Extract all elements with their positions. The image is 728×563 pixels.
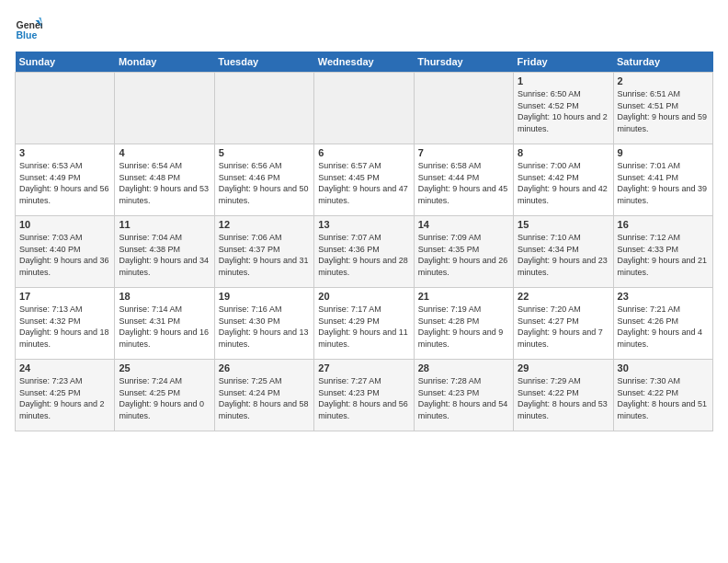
day-number: 23 [618, 291, 709, 302]
calendar-cell: 20Sunrise: 7:17 AM Sunset: 4:29 PM Dayli… [314, 288, 414, 360]
day-number: 27 [318, 362, 409, 373]
calendar-cell: 9Sunrise: 7:01 AM Sunset: 4:41 PM Daylig… [613, 144, 712, 216]
calendar-cell: 7Sunrise: 6:58 AM Sunset: 4:44 PM Daylig… [414, 144, 513, 216]
calendar-cell: 8Sunrise: 7:00 AM Sunset: 4:42 PM Daylig… [514, 144, 613, 216]
calendar-week-5: 24Sunrise: 7:23 AM Sunset: 4:25 PM Dayli… [16, 360, 713, 431]
day-number: 14 [418, 219, 509, 230]
day-info: Sunrise: 7:29 AM Sunset: 4:22 PM Dayligh… [518, 375, 609, 421]
day-info: Sunrise: 6:50 AM Sunset: 4:52 PM Dayligh… [518, 88, 609, 134]
day-number: 9 [618, 147, 709, 158]
day-info: Sunrise: 7:10 AM Sunset: 4:34 PM Dayligh… [518, 232, 609, 278]
calendar-cell: 10Sunrise: 7:03 AM Sunset: 4:40 PM Dayli… [16, 216, 115, 288]
calendar-cell: 24Sunrise: 7:23 AM Sunset: 4:25 PM Dayli… [16, 360, 115, 431]
calendar-cell: 21Sunrise: 7:19 AM Sunset: 4:28 PM Dayli… [414, 288, 513, 360]
day-number: 21 [418, 291, 509, 302]
calendar-cell: 16Sunrise: 7:12 AM Sunset: 4:33 PM Dayli… [613, 216, 712, 288]
day-number: 30 [618, 362, 709, 373]
calendar-cell [115, 73, 214, 144]
day-info: Sunrise: 7:20 AM Sunset: 4:27 PM Dayligh… [518, 304, 609, 350]
day-number: 4 [119, 147, 210, 158]
day-number: 19 [219, 291, 310, 302]
calendar-cell: 23Sunrise: 7:21 AM Sunset: 4:26 PM Dayli… [613, 288, 712, 360]
day-header-monday: Monday [115, 52, 214, 73]
day-info: Sunrise: 7:14 AM Sunset: 4:31 PM Dayligh… [119, 304, 210, 350]
day-info: Sunrise: 7:25 AM Sunset: 4:24 PM Dayligh… [219, 375, 310, 421]
day-number: 18 [119, 291, 210, 302]
day-info: Sunrise: 7:07 AM Sunset: 4:36 PM Dayligh… [318, 232, 409, 278]
day-info: Sunrise: 7:16 AM Sunset: 4:30 PM Dayligh… [219, 304, 310, 350]
day-info: Sunrise: 7:21 AM Sunset: 4:26 PM Dayligh… [618, 304, 709, 350]
day-info: Sunrise: 7:06 AM Sunset: 4:37 PM Dayligh… [219, 232, 310, 278]
calendar-week-2: 3Sunrise: 6:53 AM Sunset: 4:49 PM Daylig… [16, 144, 713, 216]
day-header-sunday: Sunday [16, 52, 115, 73]
day-info: Sunrise: 7:19 AM Sunset: 4:28 PM Dayligh… [418, 304, 509, 350]
day-info: Sunrise: 7:24 AM Sunset: 4:25 PM Dayligh… [119, 375, 210, 421]
day-number: 28 [418, 362, 509, 373]
calendar-cell [314, 73, 414, 144]
day-info: Sunrise: 7:03 AM Sunset: 4:40 PM Dayligh… [19, 232, 110, 278]
day-number: 2 [618, 75, 709, 86]
day-info: Sunrise: 7:28 AM Sunset: 4:23 PM Dayligh… [418, 375, 509, 421]
day-info: Sunrise: 7:12 AM Sunset: 4:33 PM Dayligh… [618, 232, 709, 278]
day-number: 11 [119, 219, 210, 230]
calendar-cell: 4Sunrise: 6:54 AM Sunset: 4:48 PM Daylig… [115, 144, 214, 216]
calendar-cell: 1Sunrise: 6:50 AM Sunset: 4:52 PM Daylig… [514, 73, 613, 144]
day-number: 20 [318, 291, 409, 302]
day-number: 25 [119, 362, 210, 373]
calendar-cell: 28Sunrise: 7:28 AM Sunset: 4:23 PM Dayli… [414, 360, 513, 431]
day-header-saturday: Saturday [613, 52, 712, 73]
day-number: 5 [219, 147, 310, 158]
day-info: Sunrise: 7:17 AM Sunset: 4:29 PM Dayligh… [318, 304, 409, 350]
day-info: Sunrise: 6:51 AM Sunset: 4:51 PM Dayligh… [618, 88, 709, 134]
calendar-cell [414, 73, 513, 144]
day-info: Sunrise: 7:30 AM Sunset: 4:22 PM Dayligh… [618, 375, 709, 421]
day-number: 29 [518, 362, 609, 373]
logo: General Blue [15, 15, 42, 42]
day-number: 12 [219, 219, 310, 230]
day-number: 26 [219, 362, 310, 373]
svg-text:Blue: Blue [17, 29, 38, 40]
calendar-cell: 18Sunrise: 7:14 AM Sunset: 4:31 PM Dayli… [115, 288, 214, 360]
day-info: Sunrise: 7:27 AM Sunset: 4:23 PM Dayligh… [318, 375, 409, 421]
day-number: 22 [518, 291, 609, 302]
day-info: Sunrise: 6:53 AM Sunset: 4:49 PM Dayligh… [19, 160, 110, 206]
day-info: Sunrise: 6:57 AM Sunset: 4:45 PM Dayligh… [318, 160, 409, 206]
calendar-cell: 14Sunrise: 7:09 AM Sunset: 4:35 PM Dayli… [414, 216, 513, 288]
day-info: Sunrise: 7:01 AM Sunset: 4:41 PM Dayligh… [618, 160, 709, 206]
day-info: Sunrise: 7:09 AM Sunset: 4:35 PM Dayligh… [418, 232, 509, 278]
calendar-cell: 22Sunrise: 7:20 AM Sunset: 4:27 PM Dayli… [514, 288, 613, 360]
day-header-tuesday: Tuesday [214, 52, 313, 73]
page-header: General Blue [15, 15, 713, 42]
day-header-friday: Friday [514, 52, 613, 73]
day-info: Sunrise: 7:23 AM Sunset: 4:25 PM Dayligh… [19, 375, 110, 421]
day-info: Sunrise: 6:58 AM Sunset: 4:44 PM Dayligh… [418, 160, 509, 206]
calendar-cell: 11Sunrise: 7:04 AM Sunset: 4:38 PM Dayli… [115, 216, 214, 288]
calendar-cell: 17Sunrise: 7:13 AM Sunset: 4:32 PM Dayli… [16, 288, 115, 360]
calendar-header-row: SundayMondayTuesdayWednesdayThursdayFrid… [16, 52, 713, 73]
calendar-cell: 25Sunrise: 7:24 AM Sunset: 4:25 PM Dayli… [115, 360, 214, 431]
calendar-cell: 6Sunrise: 6:57 AM Sunset: 4:45 PM Daylig… [314, 144, 414, 216]
calendar-cell: 15Sunrise: 7:10 AM Sunset: 4:34 PM Dayli… [514, 216, 613, 288]
logo-icon: General Blue [15, 15, 42, 42]
calendar-week-1: 1Sunrise: 6:50 AM Sunset: 4:52 PM Daylig… [16, 73, 713, 144]
calendar-cell: 3Sunrise: 6:53 AM Sunset: 4:49 PM Daylig… [16, 144, 115, 216]
day-header-wednesday: Wednesday [314, 52, 414, 73]
day-number: 6 [318, 147, 409, 158]
calendar-cell: 12Sunrise: 7:06 AM Sunset: 4:37 PM Dayli… [214, 216, 313, 288]
day-number: 13 [318, 219, 409, 230]
day-number: 1 [518, 75, 609, 86]
calendar-cell: 2Sunrise: 6:51 AM Sunset: 4:51 PM Daylig… [613, 73, 712, 144]
calendar-cell: 29Sunrise: 7:29 AM Sunset: 4:22 PM Dayli… [514, 360, 613, 431]
day-number: 8 [518, 147, 609, 158]
day-number: 10 [19, 219, 110, 230]
calendar-week-3: 10Sunrise: 7:03 AM Sunset: 4:40 PM Dayli… [16, 216, 713, 288]
day-info: Sunrise: 7:13 AM Sunset: 4:32 PM Dayligh… [19, 304, 110, 350]
day-info: Sunrise: 7:00 AM Sunset: 4:42 PM Dayligh… [518, 160, 609, 206]
calendar-table: SundayMondayTuesdayWednesdayThursdayFrid… [15, 52, 713, 431]
day-number: 17 [19, 291, 110, 302]
calendar-cell: 5Sunrise: 6:56 AM Sunset: 4:46 PM Daylig… [214, 144, 313, 216]
day-number: 7 [418, 147, 509, 158]
calendar-cell: 26Sunrise: 7:25 AM Sunset: 4:24 PM Dayli… [214, 360, 313, 431]
calendar-cell: 13Sunrise: 7:07 AM Sunset: 4:36 PM Dayli… [314, 216, 414, 288]
day-number: 15 [518, 219, 609, 230]
